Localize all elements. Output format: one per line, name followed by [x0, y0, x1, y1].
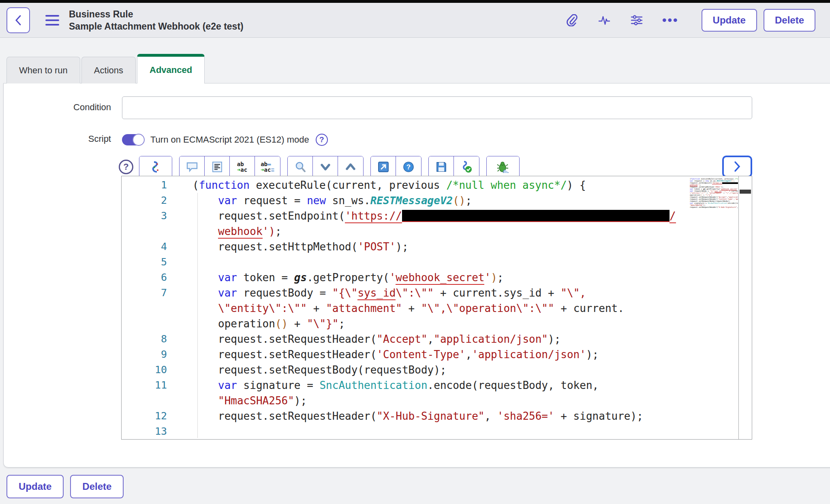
line-number: 1	[122, 177, 193, 193]
line-number: 2	[122, 193, 193, 208]
expand-editor-button[interactable]	[722, 156, 752, 177]
chevron-left-icon	[14, 14, 23, 26]
form-tabs: When to runActionsAdvanced	[0, 54, 830, 83]
window-top-edge	[0, 0, 830, 3]
es12-toggle-label: Turn on ECMAScript 2021 (ES12) mode	[150, 135, 309, 145]
code-line[interactable]: 3request.setEndpoint('https:///	[122, 208, 752, 224]
syntax-check-icon[interactable]	[454, 156, 479, 177]
more-actions-icon[interactable]: •••	[662, 13, 679, 27]
chevron-right-icon	[732, 160, 742, 173]
find-previous-icon[interactable]	[338, 156, 363, 177]
form-header: Business Rule Sample Attachment Webhook …	[0, 3, 830, 38]
code-line[interactable]: 2var request = new sn_ws.RESTMessageV2()…	[122, 193, 752, 208]
line-number: 4	[122, 239, 193, 254]
redacted-url	[402, 210, 670, 222]
svg-text:?: ?	[406, 163, 411, 171]
line-number	[122, 316, 193, 331]
code-line[interactable]: 7var requestBody = "{\"sys_id\":\"" + cu…	[122, 285, 752, 301]
es12-mode-toggle[interactable]	[122, 134, 144, 145]
debug-icon[interactable]	[487, 156, 519, 177]
editor-help-icon[interactable]: ?	[119, 160, 133, 174]
activity-icon[interactable]	[597, 13, 611, 27]
toggle-comment-icon[interactable]	[180, 156, 205, 177]
redacted-url	[722, 182, 738, 184]
line-number: 8	[122, 331, 193, 347]
editor-scrollbar-thumb[interactable]	[740, 190, 751, 194]
search-icon[interactable]	[288, 156, 313, 177]
code-line[interactable]: webhook');	[122, 224, 752, 239]
line-number	[122, 224, 193, 239]
code-line[interactable]: 1(function executeRule(current, previous…	[122, 177, 752, 193]
replace-icon[interactable]: ab➜ac	[230, 156, 255, 177]
delete-button-header[interactable]: Delete	[764, 9, 815, 32]
code-line[interactable]: 12request.setRequestHeader("X-Hub-Signat…	[122, 408, 752, 424]
script-code-editor[interactable]: 1(function executeRule(current, previous…	[121, 176, 752, 440]
record-name: Sample Attachment Webhook (e2e test)	[69, 20, 244, 32]
code-line[interactable]: 10request.setRequestBody(requestBody);	[122, 362, 752, 378]
line-number	[122, 301, 193, 316]
line-number: 3	[122, 208, 193, 224]
condition-input[interactable]	[122, 96, 752, 119]
script-label: Script	[4, 130, 111, 440]
record-type: Business Rule	[69, 8, 244, 20]
code-line[interactable]: 5	[122, 254, 752, 270]
code-line[interactable]: 8request.setRequestHeader("Accept","appl…	[122, 331, 752, 347]
code-line[interactable]: 11var signature = SncAuthentication.enco…	[122, 378, 752, 393]
code-line[interactable]: 6var token = gs.getProperty('webhook_sec…	[122, 270, 752, 285]
line-number: 11	[122, 378, 193, 393]
line-number: 7	[122, 285, 193, 301]
question-circle-icon[interactable]: ?	[316, 134, 328, 146]
code-line[interactable]: "HmacSHA256");	[122, 393, 752, 408]
replace-all-icon[interactable]: ab▬➜ac≡	[255, 156, 280, 177]
code-line[interactable]: 9request.setRequestHeader('Content-Type'…	[122, 347, 752, 362]
code-line[interactable]: \"entity\":\"" + "attachment" + "\",\"op…	[122, 301, 752, 316]
paperclip-icon[interactable]	[565, 13, 579, 27]
line-number: 10	[122, 362, 193, 378]
line-number: 13	[122, 424, 193, 439]
open-in-new-window-icon[interactable]	[371, 156, 396, 177]
update-button-header[interactable]: Update	[702, 9, 757, 32]
code-line[interactable]: 13	[122, 424, 752, 439]
delete-button-footer[interactable]: Delete	[70, 475, 124, 498]
advanced-tab-panel: Condition Script Turn on ECMAScript 2021…	[3, 83, 830, 468]
line-number: 6	[122, 270, 193, 285]
record-title: Business Rule Sample Attachment Webhook …	[69, 8, 244, 32]
indent-guide	[197, 193, 198, 438]
tab-advanced[interactable]: Advanced	[137, 54, 205, 83]
save-icon[interactable]	[429, 156, 454, 177]
line-number	[122, 393, 193, 408]
find-next-icon[interactable]	[313, 156, 338, 177]
editor-scrollbar[interactable]	[738, 176, 752, 439]
context-menu-icon[interactable]	[45, 15, 59, 26]
back-button[interactable]	[6, 7, 30, 33]
format-code-icon[interactable]	[205, 156, 230, 177]
condition-label: Condition	[4, 96, 111, 119]
sliders-icon[interactable]	[630, 13, 644, 27]
form-footer: Update Delete	[0, 468, 830, 498]
line-number: 9	[122, 347, 193, 362]
syntax-editor-icon[interactable]	[139, 156, 172, 177]
code-line[interactable]: 4request.setHttpMethod('POST');	[122, 239, 752, 254]
code-minimap[interactable]: (function executeRule(current, previous …	[690, 178, 738, 222]
help-reference-icon[interactable]: ?	[396, 156, 421, 177]
tab-when-to-run[interactable]: When to run	[6, 57, 80, 83]
update-button-footer[interactable]: Update	[6, 475, 64, 498]
code-line[interactable]: operation() + "\"}";	[122, 316, 752, 331]
tab-actions[interactable]: Actions	[81, 57, 136, 83]
script-editor-toolbar: ? ab➜acab▬➜ac≡?	[119, 156, 752, 178]
line-number: 12	[122, 408, 193, 424]
line-number: 5	[122, 254, 193, 270]
